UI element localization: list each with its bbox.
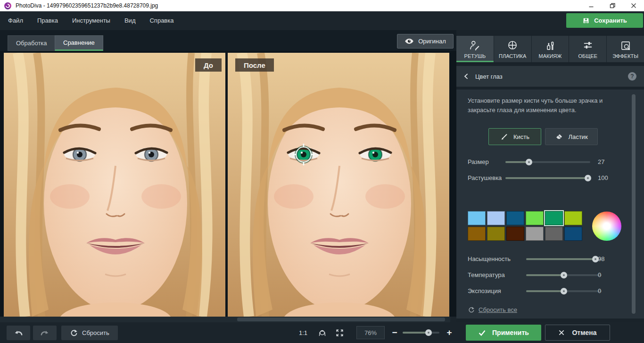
menu-tools[interactable]: Инструменты — [65, 11, 117, 30]
color-swatch[interactable] — [564, 227, 582, 241]
color-swatch[interactable] — [564, 211, 582, 225]
brush-cursor-crosshair-icon — [293, 144, 314, 165]
saturation-slider[interactable] — [526, 258, 602, 260]
size-slider-label: Размер — [468, 158, 489, 165]
zoom-controls: 1:1 76% − — [299, 326, 453, 339]
before-label: До — [195, 58, 222, 72]
bottom-toolbar: Сбросить 1:1 76% − — [0, 322, 456, 343]
panel-scrollbar-thumb[interactable] — [632, 94, 636, 314]
redo-button[interactable] — [33, 326, 57, 340]
cancel-button[interactable]: Отмена — [545, 325, 610, 341]
panel-actions: Применить Отмена — [456, 322, 644, 343]
reset-icon — [70, 329, 78, 337]
tab-effects[interactable]: ЭФФЕКТЫ — [607, 36, 644, 62]
color-swatch[interactable] — [487, 227, 505, 241]
restore-button[interactable] — [602, 0, 623, 11]
feather-slider-row: Растушевка 100 — [468, 173, 616, 183]
fit-screen-icon[interactable] — [335, 328, 344, 337]
zoom-slider[interactable] — [403, 332, 439, 334]
size-slider[interactable] — [505, 161, 590, 163]
temperature-slider-thumb[interactable] — [561, 272, 567, 278]
color-swatch[interactable] — [526, 227, 544, 241]
close-button[interactable] — [623, 0, 644, 11]
right-panel: РЕТУШЬ ПЛАСТИКА — [456, 30, 644, 343]
color-swatch[interactable] — [487, 211, 505, 225]
original-button[interactable]: Оригинал — [397, 34, 454, 49]
apply-button[interactable]: Применить — [466, 325, 541, 341]
size-slider-thumb[interactable] — [526, 159, 532, 165]
panel-tabs: РЕТУШЬ ПЛАСТИКА — [456, 36, 644, 62]
eraser-button-label: Ластик — [568, 133, 587, 140]
retouch-icon — [469, 40, 481, 52]
color-swatch[interactable] — [468, 227, 486, 241]
color-wheel[interactable] — [592, 212, 621, 241]
color-swatch[interactable] — [468, 211, 486, 225]
exposure-slider-label: Экспозиция — [468, 287, 501, 294]
reset-all-icon — [468, 306, 475, 313]
tab-effects-label: ЭФФЕКТЫ — [612, 53, 638, 59]
swatch-grid — [468, 211, 582, 241]
tab-comparison[interactable]: Сравнение — [55, 35, 103, 51]
zoom-out-button[interactable]: − — [391, 327, 398, 338]
horizontal-scrollbar-thumb[interactable] — [237, 318, 445, 321]
tab-retouch-label: РЕТУШЬ — [464, 53, 486, 59]
zoom-level-field[interactable]: 76% — [356, 326, 385, 339]
feather-slider-label: Растушевка — [468, 174, 502, 181]
tool-panel-header: Цвет глаз ? — [456, 66, 644, 87]
feather-slider-thumb[interactable] — [585, 175, 591, 181]
zoom-slider-thumb[interactable] — [425, 329, 432, 336]
size-slider-value: 27 — [598, 158, 604, 165]
color-swatch-selected[interactable] — [545, 211, 563, 225]
undo-button[interactable] — [7, 326, 30, 340]
color-swatch[interactable] — [526, 211, 544, 225]
temperature-slider-value: 0 — [598, 271, 601, 278]
temperature-slider-label: Температура — [468, 271, 505, 278]
before-image[interactable]: До — [4, 53, 225, 317]
horizontal-scrollbar-end-button[interactable] — [450, 317, 456, 322]
actual-size-button[interactable]: 1:1 — [299, 329, 307, 336]
image-canvas: До — [0, 51, 456, 317]
exposure-slider[interactable] — [526, 290, 602, 292]
fit-face-icon[interactable] — [318, 328, 327, 337]
after-label: После — [235, 58, 274, 72]
save-button-label: Сохранить — [594, 17, 627, 24]
horizontal-scrollbar[interactable] — [0, 317, 456, 322]
color-swatch[interactable] — [506, 211, 524, 225]
exposure-slider-row: Экспозиция 0 — [468, 286, 616, 296]
original-button-label: Оригинал — [418, 38, 446, 45]
color-swatch[interactable] — [545, 227, 563, 241]
effects-icon — [619, 40, 632, 52]
tab-retouch[interactable]: РЕТУШЬ — [456, 36, 494, 62]
menu-help[interactable]: Справка — [142, 11, 181, 30]
tab-sculpt[interactable]: ПЛАСТИКА — [494, 36, 531, 62]
apply-button-label: Применить — [492, 329, 529, 336]
tool-panel-title: Цвет глаз — [475, 73, 503, 80]
reset-all-link[interactable]: Сбросить все — [468, 306, 517, 313]
editing-stage: Обработка Сравнение Оригинал — [0, 30, 456, 343]
tab-makeup[interactable]: МАКИЯЖ — [532, 36, 569, 62]
saturation-slider-value: 98 — [598, 255, 604, 262]
after-image[interactable]: После — [228, 53, 449, 317]
saturation-slider-row: Насыщенность 98 — [468, 254, 616, 264]
tab-general[interactable]: ОБЩЕЕ — [569, 36, 606, 62]
tab-general-label: ОБЩЕЕ — [578, 53, 597, 59]
menu-edit[interactable]: Правка — [30, 11, 65, 30]
feather-slider[interactable] — [505, 177, 590, 179]
brush-button[interactable]: Кисть — [488, 128, 541, 145]
reset-button[interactable]: Сбросить — [61, 326, 118, 340]
back-button[interactable] — [463, 73, 471, 80]
menu-view[interactable]: Вид — [117, 11, 143, 30]
eraser-button[interactable]: Ластик — [545, 128, 598, 145]
zoom-in-button[interactable]: + — [446, 327, 453, 338]
tab-sculpt-label: ПЛАСТИКА — [499, 53, 526, 59]
brush-tool-row: Кисть Ластик — [488, 128, 598, 145]
exposure-slider-thumb[interactable] — [561, 288, 567, 294]
color-swatch[interactable] — [506, 227, 524, 241]
tab-processing[interactable]: Обработка — [8, 35, 56, 51]
minimize-button[interactable] — [580, 0, 602, 11]
menu-file[interactable]: Файл — [1, 11, 30, 30]
save-button[interactable]: Сохранить — [566, 13, 643, 28]
temperature-slider[interactable] — [526, 274, 602, 276]
help-button[interactable]: ? — [628, 72, 636, 81]
tool-panel-body: Установите размер кисти чуть больше зрач… — [456, 90, 644, 318]
